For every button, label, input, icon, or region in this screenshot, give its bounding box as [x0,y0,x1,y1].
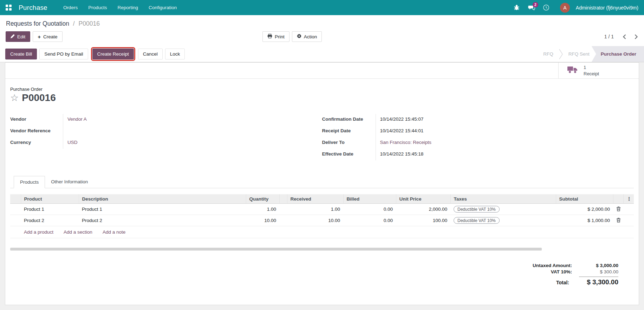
pager-previous-icon[interactable] [623,34,626,39]
column-quantity[interactable]: Quantity [246,194,279,204]
receipt-smart-button[interactable]: 1 Receipt [558,63,639,78]
user-name[interactable]: Administrator (fj6nyue0vi9m) [576,5,638,11]
cell-subtotal: $ 2,000.00 [556,204,613,215]
gear-icon [297,34,301,39]
horizontal-scrollbar[interactable] [10,248,542,251]
receipt-count: 1 [584,64,599,71]
status-chevron-icon [559,49,563,59]
tab-other-information[interactable]: Other Information [45,176,94,188]
favorite-star-icon[interactable]: ☆ [10,93,19,103]
breadcrumb-current: P00016 [79,20,100,27]
delete-row-icon[interactable] [616,217,621,223]
delete-row-icon[interactable] [616,206,621,211]
action-button[interactable]: Action [292,31,322,42]
tax-badge[interactable]: Deductible VAT 10% [454,217,500,224]
table-row[interactable]: Product 2 Product 2 10.00 10.00 0.00 100… [10,215,634,226]
form-sheet: 1 Receipt Purchase Order ☆ P00016 Vendor… [5,62,639,305]
messages-icon[interactable]: 2 [526,2,538,14]
create-button[interactable]: + Create [33,31,62,42]
notebook: Products Other Information Produc [10,176,634,287]
total-value: $ 3,300.00 [569,278,618,286]
cell-billed[interactable]: 0.00 [343,204,396,215]
status-step-rfq-sent[interactable]: RFQ Sent [563,46,595,62]
menu-orders[interactable]: Orders [58,0,83,15]
column-billed[interactable]: Billed [343,194,396,204]
cell-taxes: Deductible VAT 10% [450,204,556,215]
optional-columns-icon[interactable]: ⋮ [623,194,634,204]
send-po-by-email-button[interactable]: Send PO by Email [39,49,88,59]
breadcrumb: Requests for Quotation / P00016 [0,15,644,27]
navbar-systray: 2 A Administrator (fj6nyue0vi9m) [511,2,638,14]
left-field-group: Vendor Vendor A Vendor Reference Currenc… [10,114,322,160]
menu-reporting[interactable]: Reporting [112,0,143,15]
cell-billed[interactable]: 0.00 [343,215,396,226]
cell-unit-price[interactable]: 2,000.00 [396,204,450,215]
edit-button[interactable]: Edit [6,31,30,42]
breadcrumb-separator: / [73,20,75,27]
field-deliver-to: Deliver To San Francisco: Receipts [322,137,634,149]
column-description[interactable]: Description [79,194,246,204]
handle-column [10,194,21,204]
totals-divider [579,277,618,277]
table-header-row: Product Description Quantity Received Bi… [10,194,634,204]
cell-product[interactable]: Product 2 [21,215,79,226]
vendor-reference-value[interactable] [63,126,67,137]
untaxed-amount-value: $ 3,000.00 [572,263,618,268]
field-groups: Vendor Vendor A Vendor Reference Currenc… [10,114,634,160]
cell-taxes: Deductible VAT 10% [450,215,556,226]
cell-quantity[interactable]: 1.00 [246,204,279,215]
field-confirmation-date: Confirmation Date 10/14/2022 15:45:07 [322,114,634,126]
message-count-badge: 2 [533,2,538,8]
add-a-product-link[interactable]: Add a product [24,229,53,235]
tab-products[interactable]: Products [14,176,45,188]
currency-link[interactable]: USD [63,137,78,149]
create-bill-button[interactable]: Create Bill [5,49,37,59]
untaxed-amount-row: Untaxed Amount: $ 3,000.00 [533,263,618,268]
cell-unit-price[interactable]: 100.00 [396,215,450,226]
activities-clock-icon[interactable] [540,2,552,14]
cell-received[interactable]: 1.00 [287,204,343,215]
column-received[interactable]: Received [287,194,343,204]
field-effective-date: Effective Date 10/14/2022 15:45:18 [322,149,634,160]
column-unit-price[interactable]: Unit Price [396,194,450,204]
page-title: P00016 [22,92,56,103]
pager-next-icon[interactable] [635,34,638,39]
menu-products[interactable]: Products [83,0,112,15]
apps-menu-icon[interactable] [6,5,12,11]
column-product[interactable]: Product [21,194,79,204]
lock-button[interactable]: Lock [165,49,185,59]
vendor-link[interactable]: Vendor A [63,114,87,126]
smart-button-box: 1 Receipt [5,63,639,79]
status-step-rfq[interactable]: RFQ [538,46,559,62]
debug-bug-icon[interactable] [511,2,523,14]
add-a-section-link[interactable]: Add a section [64,229,92,235]
cell-description[interactable]: Product 2 [79,215,246,226]
print-button[interactable]: Print [262,31,290,42]
table-row[interactable]: Product 1 Product 1 1.00 1.00 0.00 2,000… [10,204,634,215]
pencil-icon [11,34,15,39]
field-receipt-date: Receipt Date 10/14/2022 15:44:01 [322,126,634,137]
order-lines-table: Product Description Quantity Received Bi… [10,194,634,238]
cell-quantity[interactable]: 10.00 [246,215,279,226]
cell-received[interactable]: 10.00 [287,215,343,226]
top-navbar: Purchase Orders Products Reporting Confi… [0,0,644,15]
status-widget: RFQ RFQ Sent Purchase Order [538,46,644,62]
column-taxes[interactable]: Taxes [450,194,556,204]
cell-description[interactable]: Product 1 [79,204,246,215]
right-field-group: Confirmation Date 10/14/2022 15:45:07 Re… [322,114,634,160]
field-vendor-reference: Vendor Reference [10,126,322,137]
cell-product[interactable]: Product 1 [21,204,79,215]
app-name[interactable]: Purchase [19,4,47,12]
breadcrumb-parent[interactable]: Requests for Quotation [6,20,69,27]
odoo-purchase-app: Purchase Orders Products Reporting Confi… [0,0,644,310]
deliver-to-link[interactable]: San Francisco: Receipts [376,137,431,149]
status-step-purchase-order[interactable]: Purchase Order [592,46,644,62]
user-avatar[interactable]: A [560,3,570,13]
menu-configuration[interactable]: Configuration [143,0,182,15]
column-subtotal[interactable]: Subtotal [556,194,613,204]
create-receipt-button[interactable]: Create Receipt [92,49,134,59]
tax-badge[interactable]: Deductible VAT 10% [454,206,500,213]
cancel-button[interactable]: Cancel [138,49,163,59]
add-a-note-link[interactable]: Add a note [103,229,125,235]
statusbar: Create Bill Send PO by Email Create Rece… [0,46,644,62]
